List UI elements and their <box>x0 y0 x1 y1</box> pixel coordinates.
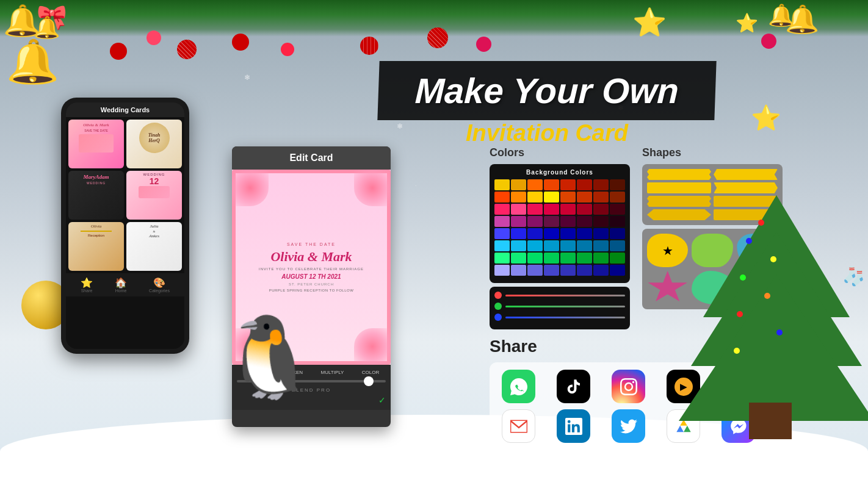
color-cell[interactable] <box>544 265 559 276</box>
share-instagram-button[interactable] <box>612 370 645 403</box>
color-cell[interactable] <box>511 228 526 239</box>
color-cell[interactable] <box>494 240 510 251</box>
bell-left3-icon: 🔔 <box>6 37 59 87</box>
color-cell[interactable] <box>593 240 609 251</box>
color-cell[interactable] <box>511 192 526 203</box>
color-cell[interactable] <box>544 228 559 239</box>
blend-multiply[interactable]: MULTIPLY <box>320 370 344 375</box>
color-cell[interactable] <box>544 192 559 203</box>
color-panel-label: Background Colors <box>494 169 625 176</box>
card-date: AUGUST 12 TH 2021 <box>281 273 341 280</box>
color-cell[interactable] <box>527 179 543 190</box>
color-cell[interactable] <box>610 265 625 276</box>
card-names: Olivia & Mark <box>270 249 352 265</box>
color-cell[interactable] <box>560 228 576 239</box>
grad-line-green[interactable] <box>505 306 625 307</box>
phone-card-5[interactable]: Olivia Reception <box>68 222 124 271</box>
phone-header: Wedding Cards <box>66 102 184 117</box>
color-cell[interactable] <box>494 179 510 190</box>
color-cell[interactable] <box>544 216 559 227</box>
color-cell[interactable] <box>593 204 609 215</box>
color-cell[interactable] <box>560 265 576 276</box>
color-cell[interactable] <box>577 204 592 215</box>
color-cell[interactable] <box>610 216 625 227</box>
color-cell[interactable] <box>577 240 592 251</box>
color-cell[interactable] <box>494 228 510 239</box>
color-cell[interactable] <box>511 253 526 264</box>
color-cell[interactable] <box>494 265 510 276</box>
color-cell[interactable] <box>494 253 510 264</box>
stocking-icon: 🧦 <box>842 265 865 287</box>
color-cell[interactable] <box>593 253 609 264</box>
color-cell[interactable] <box>494 192 510 203</box>
phone-share-btn[interactable]: ⭐Share <box>81 277 93 293</box>
share-twitter-button[interactable] <box>612 409 645 443</box>
color-cell[interactable] <box>560 216 576 227</box>
color-cell[interactable] <box>560 253 576 264</box>
card-reception: PURPLE SPRING RECEPTION TO FOLLOW <box>269 289 354 292</box>
share-whatsapp-button[interactable] <box>502 370 535 403</box>
color-cell[interactable] <box>527 265 543 276</box>
color-cell[interactable] <box>560 192 576 203</box>
gradient-row-red <box>494 292 625 299</box>
color-cell[interactable] <box>527 192 543 203</box>
color-cell[interactable] <box>560 179 576 190</box>
share-linkedin-button[interactable] <box>557 409 590 443</box>
color-cell[interactable] <box>544 253 559 264</box>
color-cell[interactable] <box>511 204 526 215</box>
color-cell[interactable] <box>610 240 625 251</box>
share-tiktok-button[interactable] <box>557 370 590 403</box>
phone-categories-btn[interactable]: 🎨Categories <box>149 277 170 293</box>
color-cell[interactable] <box>593 265 609 276</box>
color-cell[interactable] <box>511 179 526 190</box>
color-cell[interactable] <box>610 204 625 215</box>
color-cell[interactable] <box>577 192 592 203</box>
phone-card-1[interactable]: Olivia & Mark SAVE THE DATE <box>68 120 124 168</box>
color-cell[interactable] <box>593 192 609 203</box>
color-cell[interactable] <box>610 192 625 203</box>
grad-dot-red <box>494 292 502 299</box>
grad-dot-blue <box>494 314 502 321</box>
color-cell[interactable] <box>527 240 543 251</box>
phone-card-2[interactable]: TinahHerQ <box>126 120 182 168</box>
color-cell[interactable] <box>577 216 592 227</box>
color-cell[interactable] <box>577 179 592 190</box>
phone-card-4[interactable]: WEDDING 12 <box>126 171 182 220</box>
star2-icon: ⭐ <box>736 12 758 34</box>
color-cell[interactable] <box>511 240 526 251</box>
color-cell[interactable] <box>511 216 526 227</box>
color-cell[interactable] <box>593 216 609 227</box>
grad-line-red[interactable] <box>505 295 625 296</box>
ornament-center2 <box>476 37 491 52</box>
color-cell[interactable] <box>560 204 576 215</box>
blob-star[interactable]: ★ <box>647 234 688 267</box>
phone-card-6[interactable]: Julia&Ankes <box>126 222 182 271</box>
color-cell[interactable] <box>593 228 609 239</box>
color-cell[interactable] <box>593 179 609 190</box>
color-cell[interactable] <box>577 265 592 276</box>
gradient-row-blue <box>494 314 625 321</box>
color-cell[interactable] <box>544 204 559 215</box>
color-cell[interactable] <box>494 204 510 215</box>
color-cell[interactable] <box>527 253 543 264</box>
grad-line-blue[interactable] <box>505 317 625 318</box>
color-cell[interactable] <box>577 253 592 264</box>
color-cell[interactable] <box>610 179 625 190</box>
phone-card-3[interactable]: MaryAdam WEDDING <box>68 171 124 220</box>
color-cell[interactable] <box>577 228 592 239</box>
color-cell[interactable] <box>527 204 543 215</box>
color-cell[interactable] <box>544 240 559 251</box>
color-cell[interactable] <box>544 179 559 190</box>
blend-handle[interactable] <box>364 376 374 386</box>
color-cell[interactable] <box>610 228 625 239</box>
color-cell[interactable] <box>527 228 543 239</box>
color-cell[interactable] <box>527 216 543 227</box>
color-cell[interactable] <box>494 216 510 227</box>
blend-color[interactable]: COLOR <box>362 370 379 375</box>
color-cell[interactable] <box>511 265 526 276</box>
color-cell[interactable] <box>610 253 625 264</box>
ornament-striped-center <box>427 27 448 48</box>
share-gmail-button[interactable] <box>502 409 535 443</box>
phone-home-btn[interactable]: 🏠Home <box>115 277 127 293</box>
color-cell[interactable] <box>560 240 576 251</box>
